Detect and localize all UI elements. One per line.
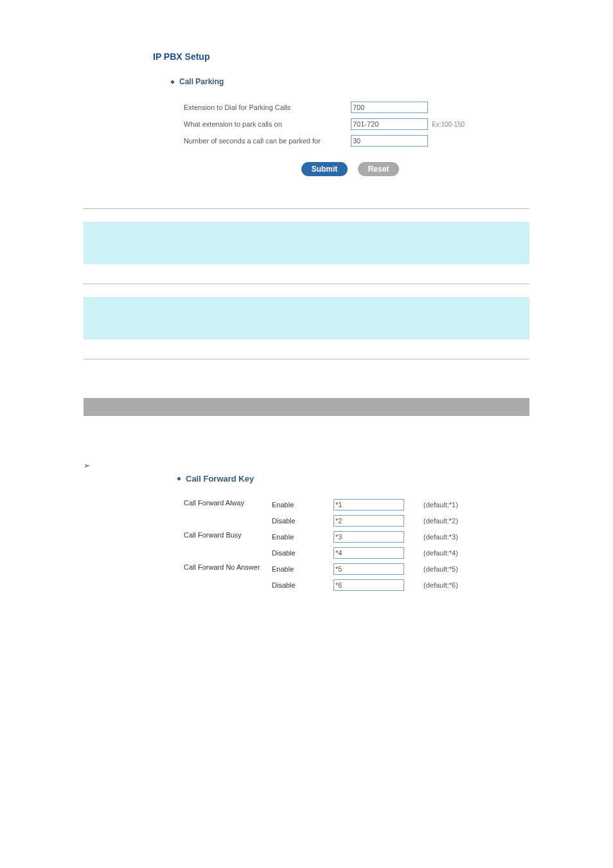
cfk-input-noanswer-enable[interactable] [333, 563, 404, 575]
cfk-label-alway: Call Forward Alway [184, 496, 272, 529]
cfk-input-alway-disable[interactable] [333, 515, 404, 527]
page-title: IP PBX Setup [153, 51, 478, 62]
call-parking-form: Extension to Dial for Parking Calls What… [184, 102, 478, 176]
cfk-grid: Call Forward Alway Enable Disable (defau… [184, 496, 529, 593]
cfk-disable-alway: Disable [272, 512, 333, 529]
cfk-enable-noanswer: Enable [272, 561, 333, 577]
cfk-input-cell [333, 512, 423, 529]
input-seconds[interactable] [351, 135, 428, 147]
screenshot-call-forward-key: Call Forward Key Call Forward Alway Enab… [84, 474, 529, 593]
cfk-input-cell [333, 545, 423, 561]
hint-ext-park: Ex:100-150 [432, 121, 465, 128]
label-ext-park: What extension to park calls on [184, 120, 351, 128]
gray-block [84, 398, 529, 416]
cfk-title: Call Forward Key [186, 474, 254, 484]
cfk-input-col-alway [333, 496, 423, 529]
cfk-input-col-noanswer [333, 561, 423, 593]
cfk-ed-col-busy: Enable Disable [272, 529, 333, 561]
arrow-icon: ➢ [84, 461, 529, 470]
label-ext-dial: Extension to Dial for Parking Calls [184, 104, 351, 111]
input-ext-park[interactable] [351, 118, 428, 130]
row-ext-dial: Extension to Dial for Parking Calls [184, 102, 478, 113]
row-ext-park: What extension to park calls on Ex:100-1… [184, 118, 478, 130]
cfk-default-alway-enable: (default:*1) [423, 496, 481, 512]
section-cfk: Call Forward Key [177, 474, 529, 484]
divider-3 [84, 359, 529, 359]
cfk-default-col-alway: (default:*1) (default:*2) [423, 496, 481, 529]
cfk-default-busy-disable: (default:*4) [423, 545, 481, 561]
divider-2 [84, 284, 529, 284]
cfk-input-busy-disable[interactable] [333, 547, 404, 559]
bullet-icon [177, 477, 181, 480]
cfk-default-noanswer-disable: (default:*6) [423, 577, 481, 593]
cfk-label-noanswer: Call Forward No Answer [184, 561, 272, 593]
bullet-icon [171, 80, 174, 84]
cfk-input-alway-enable[interactable] [333, 499, 404, 511]
cfk-disable-noanswer: Disable [272, 577, 333, 593]
cfk-group-noanswer: Call Forward No Answer Enable Disable (d… [184, 561, 529, 593]
cyan-block-2 [84, 297, 529, 339]
screenshot-call-parking: IP PBX Setup Call Parking Extension to D… [84, 13, 529, 189]
cfk-input-cell [333, 577, 423, 593]
cfk-ed-col-alway: Enable Disable [272, 496, 333, 529]
cfk-group-alway: Call Forward Alway Enable Disable (defau… [184, 496, 529, 529]
cfk-input-cell [333, 561, 423, 577]
cfk-default-col-busy: (default:*3) (default:*4) [423, 529, 481, 561]
cfk-input-noanswer-disable[interactable] [333, 579, 404, 591]
section-call-parking: Call Parking [171, 77, 478, 86]
cfk-default-alway-disable: (default:*2) [423, 512, 481, 529]
input-ext-dial[interactable] [351, 102, 428, 113]
cfk-default-noanswer-enable: (default:*5) [423, 561, 481, 577]
call-parking-title: Call Parking [179, 77, 224, 86]
divider-1 [84, 208, 529, 209]
cfk-label-busy: Call Forward Busy [184, 529, 272, 561]
cfk-default-busy-enable: (default:*3) [423, 529, 481, 545]
cfk-enable-alway: Enable [272, 496, 333, 512]
cfk-ed-col-noanswer: Enable Disable [272, 561, 333, 593]
cfk-group-busy: Call Forward Busy Enable Disable (defaul… [184, 529, 529, 561]
cfk-input-cell [333, 496, 423, 512]
label-seconds: Number of seconds a call can be parked f… [184, 137, 351, 145]
submit-button[interactable]: Submit [301, 162, 348, 176]
cfk-input-busy-enable[interactable] [333, 531, 404, 543]
cfk-disable-busy: Disable [272, 545, 333, 561]
button-row: Submit Reset [184, 162, 478, 176]
cfk-default-col-noanswer: (default:*5) (default:*6) [423, 561, 481, 593]
cfk-input-col-busy [333, 529, 423, 561]
cfk-input-cell [333, 529, 423, 545]
cyan-block-1 [84, 222, 529, 264]
row-seconds: Number of seconds a call can be parked f… [184, 135, 478, 147]
cfk-enable-busy: Enable [272, 529, 333, 545]
reset-button[interactable]: Reset [358, 162, 400, 176]
page-container: IP PBX Setup Call Parking Extension to D… [0, 0, 613, 619]
